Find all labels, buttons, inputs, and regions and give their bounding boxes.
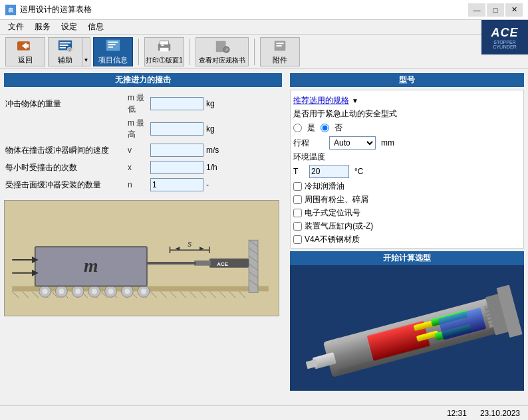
form-grid: 冲击物体的重量 m 最低 kg m 最高 kg 物体在撞击缓冲器瞬间的速度 v … bbox=[4, 90, 282, 195]
menu-info[interactable]: 信息 bbox=[82, 20, 109, 34]
svg-rect-13 bbox=[108, 44, 116, 45]
attachment-label: 附件 bbox=[273, 55, 287, 65]
logo-subtitle: STOPPER CYLINDER bbox=[481, 40, 528, 49]
svg-point-58 bbox=[92, 288, 97, 294]
velocity-sub: v bbox=[128, 146, 148, 155]
status-date: 23.10.2023 bbox=[480, 409, 520, 418]
svg-point-56 bbox=[75, 288, 80, 294]
svg-text:?: ? bbox=[68, 48, 70, 52]
temp-sub: T bbox=[293, 167, 307, 176]
radio-yes-label: 是 bbox=[307, 122, 315, 134]
svg-rect-24 bbox=[276, 45, 281, 47]
checkbox-1[interactable] bbox=[293, 195, 302, 204]
check-spec-label: 查看对应规格书 bbox=[199, 56, 245, 65]
checkbox-row-1: 周围有粉尘、碎屑 bbox=[293, 194, 521, 205]
checkbox-row-4: V4A不锈钢材质 bbox=[293, 234, 521, 245]
checkbox-label-2: 电子式定位讯号 bbox=[305, 207, 360, 219]
back-icon bbox=[17, 38, 33, 54]
svg-rect-6 bbox=[60, 42, 71, 43]
toolbar-separator-3 bbox=[254, 39, 255, 65]
hit-count-unit: 1/h bbox=[206, 163, 226, 172]
title-bar-left: 表 运用设计的运算表格 bbox=[5, 4, 92, 15]
svg-rect-7 bbox=[60, 45, 68, 46]
checkbox-label-0: 冷却润滑油 bbox=[305, 181, 344, 192]
logo-text: ACE bbox=[491, 26, 518, 40]
minimize-button[interactable]: — bbox=[468, 3, 485, 17]
stroke-label: 行程 bbox=[293, 138, 327, 149]
velocity-input[interactable] bbox=[150, 144, 203, 157]
menu-settings[interactable]: 设定 bbox=[56, 20, 82, 34]
check-spec-icon: ↗ bbox=[214, 39, 230, 54]
window-controls: — □ ✕ bbox=[468, 3, 523, 17]
emergency-row: 是否用于紧急止动的安全型式 bbox=[293, 108, 521, 120]
hit-count-label: 每小时受撞击的次数 bbox=[5, 162, 125, 173]
checkbox-row-2: 电子式定位讯号 bbox=[293, 207, 521, 219]
svg-text:↗: ↗ bbox=[225, 47, 228, 52]
print-button[interactable]: 打印①版面1 bbox=[144, 37, 184, 66]
weight-min-input[interactable] bbox=[150, 97, 203, 110]
checkbox-row-3: 装置气压缸内(或-Z) bbox=[293, 221, 521, 232]
weight-max-row: m 最高 kg bbox=[5, 118, 281, 140]
calc-image bbox=[290, 265, 524, 390]
emergency-yes-radio[interactable] bbox=[293, 124, 302, 132]
maximize-button[interactable]: □ bbox=[487, 3, 504, 17]
title-bar: 表 运用设计的运算表格 — □ ✕ bbox=[0, 0, 528, 20]
model-section: 推荐选用的规格 ▼ 是否用于紧急止动的安全型式 是 否 行程 Auto mm bbox=[290, 90, 524, 249]
assist-button[interactable]: ? 辅助 bbox=[48, 37, 82, 66]
app-icon: 表 bbox=[5, 5, 16, 15]
quantity-input[interactable] bbox=[150, 178, 203, 191]
checkbox-0[interactable] bbox=[293, 182, 302, 191]
menu-file[interactable]: 文件 bbox=[3, 20, 29, 34]
svg-rect-18 bbox=[161, 45, 164, 46]
status-bar: 12:31 23.10.2023 bbox=[0, 405, 528, 420]
toolbar-separator-2 bbox=[190, 39, 190, 65]
window-title: 运用设计的运算表格 bbox=[20, 4, 92, 15]
assist-arrow[interactable]: ▼ bbox=[82, 37, 90, 66]
weight-max-sub: m 最高 bbox=[128, 118, 148, 140]
emergency-label: 是否用于紧急止动的安全型式 bbox=[293, 108, 397, 120]
checkbox-2[interactable] bbox=[293, 209, 302, 217]
velocity-unit: m/s bbox=[206, 146, 226, 155]
quantity-unit: - bbox=[206, 180, 226, 189]
svg-point-52 bbox=[43, 288, 48, 294]
velocity-row: 物体在撞击缓冲器瞬间的速度 v m/s bbox=[5, 143, 281, 158]
calc-header: 开始计算选型 bbox=[290, 251, 524, 265]
menu-service[interactable]: 服务 bbox=[29, 20, 56, 34]
dropdown-indicator: ▼ bbox=[352, 97, 358, 104]
stroke-select[interactable]: Auto bbox=[329, 136, 376, 150]
velocity-label: 物体在撞击缓冲器瞬间的速度 bbox=[5, 145, 125, 156]
svg-rect-17 bbox=[160, 47, 169, 51]
hit-count-input[interactable] bbox=[150, 161, 203, 174]
technical-drawing: m ACE bbox=[4, 200, 279, 316]
quantity-row: 受撞击面缓冲器安装的数量 n - bbox=[5, 177, 281, 192]
project-info-label: 项目信息 bbox=[98, 55, 128, 65]
svg-rect-16 bbox=[160, 41, 169, 45]
svg-rect-23 bbox=[276, 43, 283, 44]
temp-header-row: 环境温度 bbox=[293, 152, 521, 163]
svg-point-64 bbox=[141, 288, 146, 294]
check-spec-button[interactable]: ↗ 查看对应规格书 bbox=[196, 37, 249, 66]
temp-label: 环境温度 bbox=[293, 152, 325, 163]
checkbox-group: 冷却润滑油 周围有粉尘、碎屑 电子式定位讯号 装置气压缸内(或-Z) V4A不锈… bbox=[293, 181, 521, 245]
checkbox-row-0: 冷却润滑油 bbox=[293, 181, 521, 192]
project-info-button[interactable]: 项目信息 bbox=[93, 37, 133, 66]
checkbox-label-1: 周围有粉尘、碎屑 bbox=[305, 194, 368, 205]
quantity-sub: n bbox=[128, 180, 148, 189]
emergency-no-radio[interactable] bbox=[321, 124, 329, 132]
hit-count-sub: x bbox=[128, 163, 148, 172]
checkbox-3[interactable] bbox=[293, 222, 302, 231]
attachment-icon bbox=[272, 38, 288, 54]
recommend-link[interactable]: 推荐选用的规格 bbox=[293, 95, 349, 106]
checkbox-4[interactable] bbox=[293, 235, 302, 244]
back-button[interactable]: 返回 bbox=[5, 37, 45, 66]
weight-max-input[interactable] bbox=[150, 122, 203, 136]
temp-input[interactable] bbox=[309, 165, 349, 178]
right-panel: 型号 推荐选用的规格 ▼ 是否用于紧急止动的安全型式 是 否 行程 bbox=[286, 69, 528, 395]
attachment-button[interactable]: 附件 bbox=[260, 37, 300, 66]
svg-rect-8 bbox=[60, 47, 66, 49]
calc-section[interactable]: 开始计算选型 bbox=[290, 251, 524, 391]
stroke-unit: mm bbox=[381, 138, 394, 148]
menu-bar: 文件 服务 设定 信息 bbox=[0, 20, 528, 35]
close-button[interactable]: ✕ bbox=[505, 3, 523, 17]
svg-point-60 bbox=[108, 288, 114, 294]
